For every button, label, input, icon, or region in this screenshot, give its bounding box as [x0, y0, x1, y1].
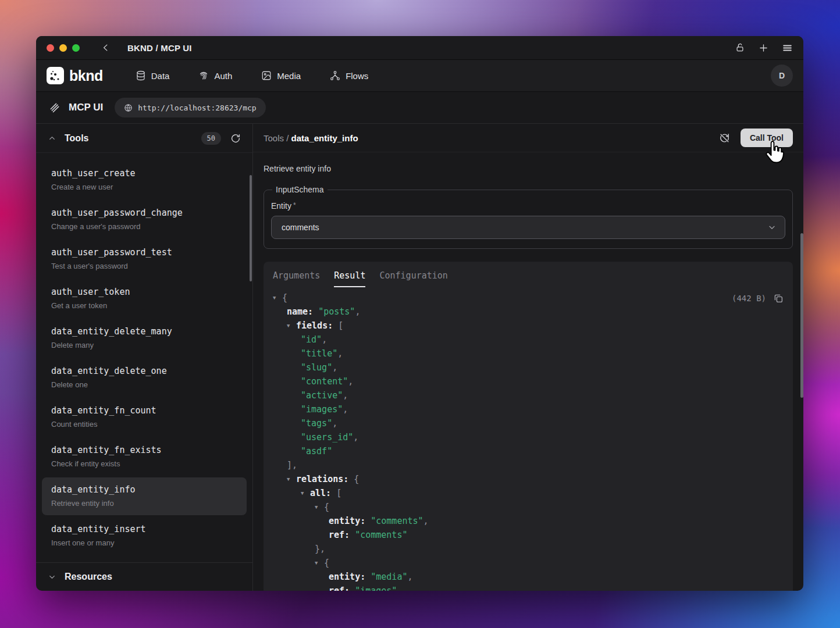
tool-description: Retrieve entity info — [51, 498, 237, 509]
tab-configuration[interactable]: Configuration — [379, 270, 447, 287]
tool-list-item[interactable]: data_entity_delete_many Delete many — [42, 319, 247, 357]
bknd-logo-icon — [47, 67, 64, 84]
tool-description: Delete one — [51, 380, 237, 390]
tool-description: Count entities — [51, 419, 237, 430]
input-schema-legend: InputSchema — [272, 185, 328, 194]
tools-sidebar: Tools 50 auth_user_create Create a new u… — [36, 124, 253, 591]
tool-list-item[interactable]: auth_user_password_test Test a user's pa… — [42, 240, 247, 278]
tool-description: Insert one or many — [51, 538, 237, 548]
server-url-pill[interactable]: http://localhost:28623/mcp — [115, 98, 266, 117]
tool-description: Get a user token — [51, 301, 237, 311]
tools-section-title: Tools — [65, 133, 88, 144]
new-tab-button[interactable] — [758, 42, 769, 53]
nav-label: Flows — [346, 71, 368, 81]
chevron-up-icon — [48, 134, 56, 142]
minimize-window-button[interactable] — [59, 44, 67, 52]
tool-name: data_entity_insert — [51, 523, 237, 535]
image-icon — [261, 70, 272, 81]
chevron-down-icon — [767, 223, 777, 232]
tool-name: data_entity_delete_one — [51, 365, 237, 377]
main-scrollbar[interactable] — [800, 233, 803, 398]
breadcrumb-parent[interactable]: Tools — [264, 133, 284, 143]
tool-name: data_entity_delete_many — [51, 326, 237, 337]
tool-description: Check if entity exists — [51, 459, 237, 469]
brand-logo[interactable]: bknd — [47, 67, 103, 84]
tool-name: auth_user_password_test — [51, 247, 237, 258]
tab-result[interactable]: Result — [334, 270, 365, 287]
nav-label: Data — [151, 71, 170, 81]
flow-icon — [330, 70, 340, 81]
tool-description: Change a user's password — [51, 222, 237, 232]
tool-name: auth_user_create — [51, 167, 237, 179]
nav-label: Auth — [214, 71, 232, 81]
auto-refresh-off-button[interactable] — [719, 133, 730, 144]
breadcrumb-current: data_entity_info — [291, 133, 358, 143]
refresh-icon — [230, 133, 241, 144]
user-avatar[interactable]: D — [771, 65, 793, 87]
tool-name: auth_user_password_change — [51, 207, 237, 219]
tool-list-item[interactable]: data_entity_info Retrieve entity info — [42, 477, 247, 515]
maximize-window-button[interactable] — [72, 44, 80, 52]
input-schema-fieldset: InputSchema Entity* comments — [264, 185, 793, 249]
tool-name: auth_user_token — [51, 286, 237, 298]
chevron-down-icon — [48, 573, 56, 581]
nav-item-flows[interactable]: Flows — [330, 70, 368, 81]
nav-label: Media — [277, 71, 301, 81]
titlebar: BKND / MCP UI — [36, 36, 803, 60]
brand-name: bknd — [69, 67, 103, 84]
navbar: bknd Data Auth Media — [36, 60, 803, 92]
tab-arguments[interactable]: Arguments — [273, 270, 320, 287]
tool-detail-panel: Tools / data_entity_info Call Tool Retri… — [253, 124, 803, 591]
copy-icon — [773, 293, 784, 304]
breadcrumb: Tools / data_entity_info — [264, 133, 358, 143]
menu-button[interactable] — [782, 42, 793, 53]
tool-description: Create a new user — [51, 182, 237, 192]
result-size-badge: (442 B) — [732, 291, 766, 305]
tool-detail-header: Tools / data_entity_info Call Tool — [253, 124, 803, 152]
database-icon — [136, 70, 146, 81]
primary-nav: Data Auth Media Flows — [136, 70, 369, 81]
lock-open-icon[interactable] — [735, 42, 745, 53]
tool-list-item[interactable]: auth_user_token Get a user token — [42, 280, 247, 317]
tool-detail-description: Retrieve entity info — [264, 164, 793, 173]
tool-list-item[interactable]: data_entity_insert Insert one or many — [42, 517, 247, 555]
tool-name: data_entity_info — [51, 484, 237, 495]
resources-section-header[interactable]: Resources — [36, 562, 252, 591]
mcp-subheader: MCP UI http://localhost:28623/mcp — [36, 92, 803, 124]
json-result-view: (442 B) ▼{name: "posts",▼fields: ["id","… — [273, 291, 784, 591]
entity-field-label: Entity* — [271, 201, 785, 210]
required-mark: * — [293, 201, 296, 209]
tool-list-item[interactable]: data_entity_delete_one Delete one — [42, 359, 247, 397]
hamburger-icon — [782, 42, 793, 53]
traffic-lights — [47, 44, 80, 52]
nav-item-media[interactable]: Media — [261, 70, 301, 81]
tools-list: auth_user_create Create a new user auth_… — [36, 153, 252, 562]
tool-list-item[interactable]: data_entity_fn_exists Check if entity ex… — [42, 438, 247, 476]
copy-result-button[interactable] — [773, 293, 784, 304]
tool-list-item[interactable]: auth_user_password_change Change a user'… — [42, 201, 247, 238]
tool-description: Test a user's password — [51, 261, 237, 272]
fingerprint-icon — [198, 70, 209, 81]
tool-list-item[interactable]: data_entity_fn_count Count entities — [42, 398, 247, 436]
tools-count-badge: 50 — [201, 132, 221, 145]
entity-select-value: comments — [282, 223, 319, 232]
window-title: BKND / MCP UI — [127, 43, 192, 53]
tool-detail-body: Retrieve entity info InputSchema Entity*… — [253, 152, 803, 591]
result-tabs: Arguments Result Configuration — [273, 262, 784, 287]
refresh-tools-button[interactable] — [230, 133, 241, 144]
back-button[interactable] — [101, 42, 111, 53]
entity-select[interactable]: comments — [271, 216, 785, 239]
layers-icon — [49, 102, 60, 113]
tool-list-item[interactable]: auth_user_create Create a new user — [42, 161, 247, 199]
call-tool-button[interactable]: Call Tool — [741, 129, 793, 147]
tool-name: data_entity_fn_exists — [51, 444, 237, 456]
tools-section-header[interactable]: Tools 50 — [36, 124, 252, 153]
close-window-button[interactable] — [47, 44, 54, 52]
result-panel: Arguments Result Configuration (442 B) ▼… — [264, 262, 793, 591]
globe-icon — [124, 104, 133, 112]
plus-icon — [758, 42, 769, 53]
app-window: BKND / MCP UI bknd — [36, 36, 803, 591]
nav-item-data[interactable]: Data — [136, 70, 170, 81]
sidebar-scrollbar[interactable] — [250, 175, 252, 281]
nav-item-auth[interactable]: Auth — [198, 70, 232, 81]
